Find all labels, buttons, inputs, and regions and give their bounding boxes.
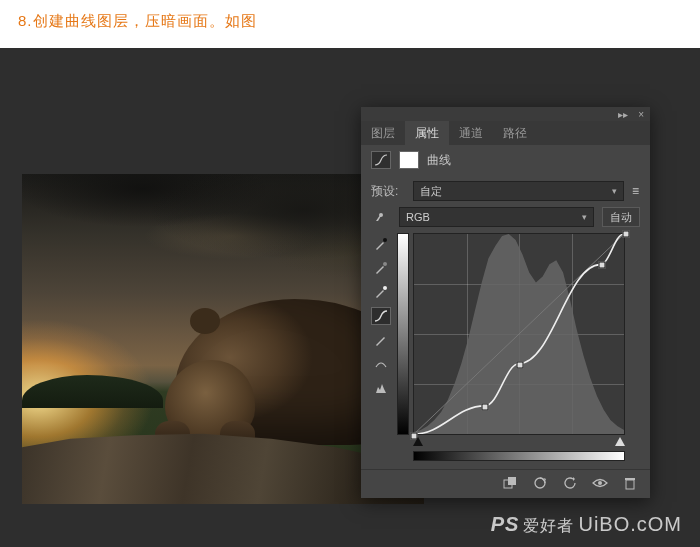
watermark-ps: PS bbox=[491, 513, 520, 536]
white-point-handle[interactable] bbox=[615, 437, 625, 446]
tab-channels[interactable]: 通道 bbox=[449, 121, 493, 145]
panel-close-icon[interactable]: × bbox=[638, 109, 644, 120]
properties-panel: ▸▸ × 图层 属性 通道 路径 曲线 预设: 自定 ▾ ≡ bbox=[361, 107, 650, 498]
curve-point[interactable] bbox=[623, 231, 630, 238]
trash-icon[interactable] bbox=[622, 476, 638, 490]
smooth-tool-icon[interactable] bbox=[371, 355, 391, 373]
svg-point-1 bbox=[383, 262, 387, 266]
preset-select[interactable]: 自定 ▾ bbox=[413, 181, 624, 201]
auto-button[interactable]: 自动 bbox=[602, 207, 640, 227]
layer-mask-icon[interactable] bbox=[399, 151, 419, 169]
svg-point-0 bbox=[383, 238, 387, 242]
curve-point[interactable] bbox=[517, 361, 524, 368]
watermark-cn: 爱好者 bbox=[523, 516, 574, 537]
adjustment-header: 曲线 bbox=[361, 145, 650, 175]
visibility-icon[interactable] bbox=[592, 476, 608, 490]
tab-properties[interactable]: 属性 bbox=[405, 121, 449, 145]
tone-curve[interactable] bbox=[414, 234, 624, 434]
panel-menu-icon[interactable]: ▸▸ bbox=[618, 109, 628, 120]
channel-select[interactable]: RGB ▾ bbox=[399, 207, 594, 227]
channel-value: RGB bbox=[406, 211, 430, 223]
eyedropper-black-icon[interactable] bbox=[371, 235, 391, 253]
curve-side-tools bbox=[371, 233, 391, 461]
smooth-curve-icon[interactable] bbox=[371, 307, 391, 325]
step-instruction: 8.创建曲线图层，压暗画面。如图 bbox=[0, 0, 700, 45]
preset-menu-icon[interactable]: ≡ bbox=[632, 184, 640, 198]
reset-icon[interactable] bbox=[562, 476, 578, 490]
curve-point[interactable] bbox=[482, 404, 489, 411]
watermark: PS 爱好者 UiBO.cOM bbox=[491, 513, 682, 537]
editor-workspace: PS 爱好者 UiBO.cOM ▸▸ × 图层 属性 通道 路径 曲线 预设: … bbox=[0, 48, 700, 547]
svg-line-3 bbox=[414, 234, 624, 434]
view-previous-icon[interactable] bbox=[532, 476, 548, 490]
bear-ear bbox=[190, 308, 220, 334]
tab-layers[interactable]: 图层 bbox=[361, 121, 405, 145]
histogram-toggle-icon[interactable] bbox=[371, 379, 391, 397]
eyedropper-white-icon[interactable] bbox=[371, 283, 391, 301]
panel-topbar: ▸▸ × bbox=[361, 107, 650, 121]
channel-row: RGB ▾ 自动 bbox=[361, 207, 650, 233]
chevron-down-icon: ▾ bbox=[582, 212, 587, 222]
targeted-adjust-icon[interactable] bbox=[371, 208, 391, 226]
preset-label: 预设: bbox=[371, 183, 405, 200]
pencil-icon[interactable] bbox=[371, 331, 391, 349]
input-slider[interactable] bbox=[413, 437, 625, 451]
panel-tabs: 图层 属性 通道 路径 bbox=[361, 121, 650, 145]
adjustment-type-label: 曲线 bbox=[427, 152, 451, 169]
watermark-site: UiBO.cOM bbox=[578, 513, 682, 536]
svg-rect-5 bbox=[508, 477, 516, 485]
curve-point[interactable] bbox=[598, 261, 605, 268]
svg-rect-9 bbox=[625, 478, 635, 480]
svg-point-2 bbox=[383, 286, 387, 290]
curves-body bbox=[361, 233, 650, 469]
clip-to-layer-icon[interactable] bbox=[502, 476, 518, 490]
tab-paths[interactable]: 路径 bbox=[493, 121, 537, 145]
curve-area bbox=[397, 233, 640, 461]
curves-grid[interactable] bbox=[413, 233, 625, 435]
eyedropper-gray-icon[interactable] bbox=[371, 259, 391, 277]
preset-row: 预设: 自定 ▾ ≡ bbox=[361, 175, 650, 207]
svg-point-7 bbox=[598, 481, 602, 485]
panel-footer bbox=[361, 469, 650, 498]
chevron-down-icon: ▾ bbox=[612, 186, 617, 196]
svg-rect-8 bbox=[626, 480, 634, 489]
preset-value: 自定 bbox=[420, 184, 442, 199]
black-point-handle[interactable] bbox=[413, 437, 423, 446]
input-gradient bbox=[413, 451, 625, 461]
output-gradient bbox=[397, 233, 409, 435]
curves-adjustment-icon bbox=[371, 151, 391, 169]
